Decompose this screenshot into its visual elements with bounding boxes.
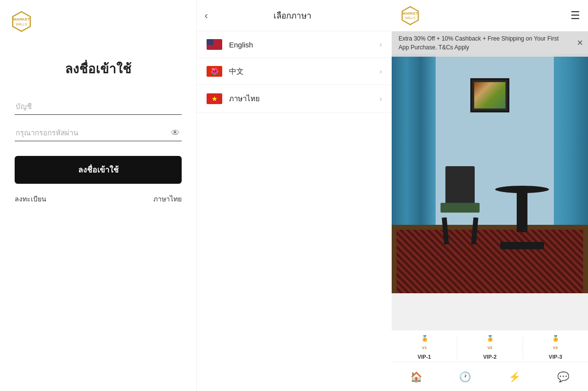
flag-th-icon: [207, 93, 222, 104]
svg-text:MARKET: MARKET: [402, 11, 418, 16]
svg-text:🏅: 🏅: [551, 335, 560, 342]
vip-3-label: VIP-3: [549, 354, 563, 360]
language-english-label: English: [229, 41, 379, 49]
left-panel: MARKET WALLS ลงชื่อเข้าใช้ 👁 ลงชื่อเข้าใ…: [0, 0, 196, 391]
room-image: [392, 54, 588, 293]
room-floor: [392, 225, 588, 293]
nav-chat[interactable]: 💬: [539, 362, 588, 391]
home-icon: 🏠: [410, 371, 422, 383]
chair-leg-left: [442, 217, 449, 245]
chair-leg-right: [471, 217, 479, 245]
language-chinese-label: 中文: [229, 67, 379, 76]
vip-item-3[interactable]: 🏅 V3 VIP-3: [523, 335, 588, 360]
nav-history[interactable]: 🕐: [441, 362, 490, 391]
account-input-group: [15, 98, 182, 115]
vip-section: 🏅 V1 VIP-1 🏅 V2 VIP-2 🏅 V3 VIP-3: [392, 330, 588, 362]
toggle-password-icon[interactable]: 👁: [171, 128, 180, 138]
language-item-chinese[interactable]: 中文 ›: [197, 58, 392, 85]
chevron-right-icon-3: ›: [379, 95, 382, 103]
page-title: ลงชื่อเข้าใช้: [65, 59, 131, 79]
svg-text:WALLS: WALLS: [405, 16, 415, 20]
promo-banner: Extra 30% Off + 10% Cashback + Free Ship…: [392, 29, 588, 57]
left-logo: MARKET WALLS: [10, 10, 33, 35]
vip-2-badge-icon: 🏅 V2: [481, 335, 499, 353]
floor-rug: [397, 230, 583, 293]
picture-content: [474, 82, 505, 109]
table-stem: [517, 193, 527, 232]
table-top: [495, 186, 549, 193]
language-selector-panel: ‹ เลือกภาษา English › 中文 › ภาษาไทย ›: [196, 0, 392, 391]
bottom-links: ลงทะเบียน ภาษาไทย: [15, 194, 182, 204]
svg-text:WALLS: WALLS: [16, 22, 27, 26]
vip-item-2[interactable]: 🏅 V2 VIP-2: [457, 335, 523, 360]
chair: [436, 166, 484, 244]
vip-1-badge-icon: 🏅 V1: [416, 335, 433, 353]
right-header: MARKET WALLS ☰: [392, 0, 588, 31]
picture-frame: [470, 78, 509, 112]
language-item-english[interactable]: English ›: [197, 31, 392, 58]
vip-item-1[interactable]: 🏅 V1 VIP-1: [392, 335, 457, 360]
svg-text:🏅: 🏅: [485, 335, 494, 342]
chair-back: [445, 166, 475, 205]
svg-marker-0: [13, 12, 30, 31]
lightning-icon: ⚡: [508, 371, 521, 383]
right-panel: MARKET WALLS ☰ Extra 30% Off + 10% Cashb…: [392, 0, 588, 391]
login-button[interactable]: ลงชื่อเข้าใช้: [15, 156, 182, 184]
right-logo-icon: MARKET WALLS: [399, 5, 421, 26]
flag-us-icon: [207, 39, 222, 50]
account-input[interactable]: [15, 98, 182, 114]
chevron-right-icon: ›: [379, 41, 382, 48]
language-item-thai[interactable]: ภาษาไทย ›: [197, 85, 392, 113]
back-arrow-icon[interactable]: ‹: [205, 10, 208, 21]
chair-seat: [441, 203, 480, 213]
table-base: [500, 242, 544, 249]
chevron-right-icon-2: ›: [379, 67, 382, 75]
promo-close-icon[interactable]: ✕: [577, 37, 583, 49]
language-selector-title: เลือกภาษา: [216, 9, 369, 22]
bottom-nav: 🏠 🕐 ⚡ 💬: [392, 362, 588, 391]
clock-icon: 🕐: [459, 371, 471, 383]
table: [495, 186, 549, 249]
promo-text: Extra 30% Off + 10% Cashback + Free Ship…: [399, 35, 559, 51]
vip-3-badge-icon: 🏅 V3: [546, 335, 564, 353]
language-thai-label: ภาษาไทย: [229, 93, 379, 105]
password-input-group: 👁: [15, 125, 182, 141]
password-input[interactable]: [15, 125, 182, 141]
svg-text:V1: V1: [422, 346, 427, 350]
flag-hk-icon: [207, 66, 222, 77]
svg-text:V2: V2: [487, 346, 492, 350]
svg-text:V3: V3: [553, 346, 558, 350]
svg-text:MARKET: MARKET: [13, 17, 30, 22]
svg-text:🏅: 🏅: [420, 335, 429, 342]
register-link[interactable]: ลงทะเบียน: [15, 194, 46, 204]
chat-icon: 💬: [557, 371, 569, 383]
nav-activity[interactable]: ⚡: [490, 362, 539, 391]
vip-2-label: VIP-2: [483, 354, 497, 360]
hamburger-menu-icon[interactable]: ☰: [570, 9, 580, 22]
language-link[interactable]: ภาษาไทย: [153, 194, 182, 204]
vip-1-label: VIP-1: [418, 354, 431, 360]
nav-home[interactable]: 🏠: [392, 362, 441, 391]
language-header: ‹ เลือกภาษา: [197, 0, 392, 31]
